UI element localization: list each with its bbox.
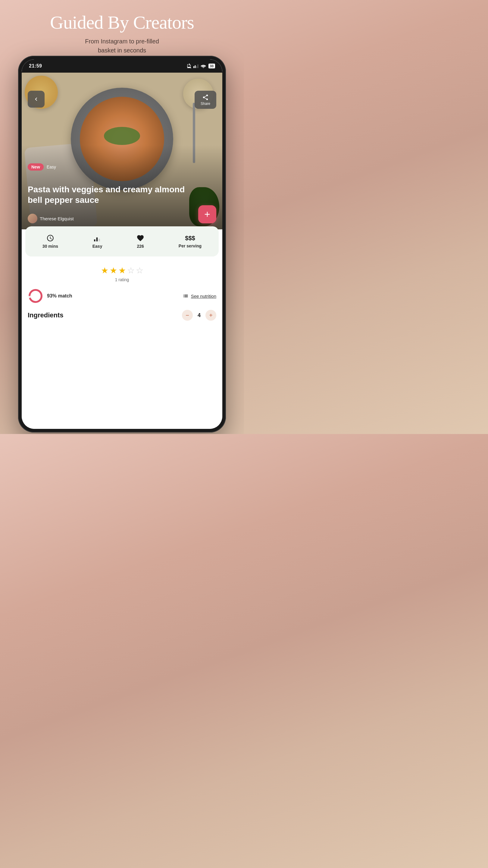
donut-chart — [28, 288, 43, 304]
rating-count: 1 rating — [115, 277, 129, 282]
hero-subtitle: From Instagram to pre-filled basket in s… — [85, 37, 159, 55]
stat-cost: $$$ Per serving — [178, 235, 201, 248]
svg-rect-2 — [196, 66, 197, 68]
share-label: Share — [201, 101, 210, 106]
mute-icon — [187, 64, 192, 68]
content-area: ★ ★ ★ ☆ ☆ 1 rating — [22, 259, 222, 429]
status-bar: 21:59 — [22, 59, 222, 73]
star-1: ★ — [101, 266, 108, 276]
see-nutrition-link[interactable]: See nutrition — [183, 293, 216, 299]
svg-rect-6 — [98, 239, 100, 241]
author-name: Therese Elgquist — [40, 216, 74, 221]
back-button[interactable] — [28, 91, 44, 107]
star-rating: ★ ★ ★ ☆ ☆ — [101, 266, 143, 276]
cost-symbol: $$$ — [185, 235, 195, 242]
phone-outer: 21:59 — [18, 56, 226, 433]
share-button[interactable]: Share — [195, 91, 216, 109]
recipe-image: Share New Easy Pasta with veggies and cr… — [22, 73, 222, 229]
phone-screen: 21:59 — [22, 59, 222, 429]
back-arrow-icon — [33, 96, 39, 102]
star-2: ★ — [110, 266, 117, 276]
recipe-title: Pasta with veggies and creamy almond bel… — [28, 184, 198, 205]
stats-bar: 30 mins Easy 226 — [25, 226, 219, 256]
status-time: 21:59 — [29, 63, 42, 69]
stat-cost-value: Per serving — [178, 244, 201, 248]
battery-badge: 33 — [208, 64, 215, 68]
svg-rect-0 — [193, 66, 194, 68]
plate-greens — [104, 127, 140, 145]
stat-likes: 226 — [136, 234, 144, 249]
stat-likes-value: 226 — [137, 244, 144, 249]
heart-icon — [136, 234, 144, 242]
add-to-basket-button[interactable] — [198, 205, 216, 223]
svg-rect-1 — [195, 65, 195, 68]
phone-mockup: 21:59 — [18, 56, 226, 433]
difficulty-icon — [93, 234, 101, 242]
star-3: ★ — [119, 266, 126, 276]
star-4: ☆ — [127, 266, 135, 276]
stat-time-value: 30 mins — [42, 244, 58, 249]
match-text: 93% match — [47, 293, 72, 299]
serving-count: 4 — [198, 312, 201, 318]
stat-difficulty: Easy — [93, 234, 102, 249]
page-container: Guided By Creators From Instagram to pre… — [0, 0, 244, 434]
hero-title: Guided By Creators — [50, 12, 194, 33]
match-nutrition-row: 93% match See nutrition — [28, 288, 216, 304]
star-5: ☆ — [136, 266, 143, 276]
wifi-icon — [201, 64, 206, 68]
share-icon — [202, 94, 209, 101]
nutrition-icon — [183, 293, 189, 299]
status-icons: 33 — [187, 64, 215, 68]
tag-new: New — [28, 163, 44, 170]
ingredients-title: Ingredients — [28, 311, 64, 319]
ingredients-header: Ingredients − 4 + — [28, 310, 216, 321]
author-avatar — [28, 214, 37, 223]
match-section: 93% match — [28, 288, 72, 304]
clock-icon — [46, 234, 54, 242]
stat-difficulty-value: Easy — [93, 244, 102, 249]
serving-minus-button[interactable]: − — [182, 310, 193, 321]
serving-plus-button[interactable]: + — [205, 310, 216, 321]
plus-icon — [203, 210, 212, 218]
signal-icon — [193, 64, 199, 68]
recipe-author: Therese Elgquist — [28, 214, 74, 223]
stat-time: 30 mins — [42, 234, 58, 249]
svg-point-8 — [30, 290, 41, 302]
recipe-tags: New Easy — [28, 163, 56, 170]
tag-easy: Easy — [47, 164, 56, 169]
svg-rect-3 — [197, 64, 198, 68]
rating-section: ★ ★ ★ ☆ ☆ 1 rating — [28, 266, 216, 282]
match-donut — [28, 288, 43, 304]
serving-control: − 4 + — [182, 310, 216, 321]
svg-rect-4 — [94, 239, 95, 241]
svg-rect-5 — [96, 238, 98, 241]
nutrition-link-text[interactable]: See nutrition — [191, 293, 216, 299]
